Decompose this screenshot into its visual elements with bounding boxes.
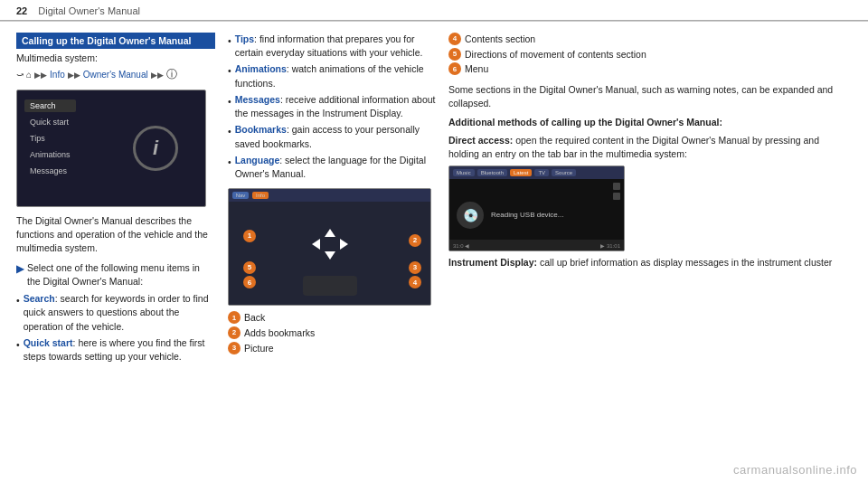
screen2-tab2: Info (252, 192, 269, 199)
instrument-text: call up brief information as display mes… (540, 257, 832, 268)
menu-animations: Animations (24, 148, 76, 161)
nav-home-icon: ⌂ (26, 70, 32, 80)
bullet-dot-tips: • (228, 34, 231, 60)
anim-text: Animations: watch animations of the vehi… (235, 62, 436, 90)
arrow-down (325, 251, 335, 260)
nav-back-icon: ⤻ (16, 70, 24, 80)
time-left: 31:0 ◀ (453, 242, 469, 249)
cap-5-text: Directions of movement of contents secti… (465, 48, 646, 61)
col2-bullets: • Tips: find information that prepares y… (228, 33, 436, 181)
bullet-animations: • Animations: watch animations of the ve… (228, 62, 436, 90)
link-bookmarks: Bookmarks (235, 124, 287, 135)
nav-owners-manual[interactable]: Owner's Manual (83, 70, 148, 80)
screen3-bottombar: 31:0 ◀ ▶ 31:01 (449, 240, 624, 250)
msg-text: Messages: receive additional information… (235, 93, 436, 120)
screen2-label-5: 5 (243, 260, 256, 274)
menu-messages: Messages (24, 165, 76, 177)
arrow-up (325, 229, 335, 237)
screen2-label-2: 2 (409, 233, 421, 247)
bullet-dot-msg: • (228, 95, 231, 120)
bm-text: Bookmarks: gain access to your personall… (235, 123, 436, 150)
caption-6: 6 Menu (448, 62, 852, 76)
lang-text: Language: select the language for the Di… (235, 154, 436, 181)
nav-path: ⤻ ⌂ ▶▶ Info ▶▶ Owner's Manual ▶▶ ⓘ (16, 67, 215, 82)
bullet-search-text: Search: search for keywords in order to … (24, 292, 215, 334)
bullet-dot-bm: • (228, 125, 231, 150)
tab-latest[interactable]: Latest (510, 169, 532, 176)
nav-chevron-3: ▶▶ (151, 71, 164, 80)
bullet-qs-text: Quick start: here is where you find the … (24, 336, 215, 364)
arrow-right (340, 239, 348, 250)
page-title-header: Digital Owner's Manual (38, 5, 140, 16)
multimedia-subtitle: Multimedia system: (16, 52, 215, 63)
link-language: Language (235, 155, 280, 165)
screen2-label-4: 4 (409, 276, 421, 289)
reading-usb-text: Reading USB device... (491, 211, 564, 219)
cap-num-2: 2 (228, 326, 241, 339)
arrow-item: ▶ Select one of the following menu items… (16, 261, 215, 288)
menu-tips: Tips (24, 132, 76, 145)
num-1: 1 (243, 230, 256, 242)
cap-2-text: Adds bookmarks (244, 326, 315, 340)
cap-num-3: 3 (228, 342, 241, 354)
page-header: 22 Digital Owner's Manual (0, 0, 868, 21)
bullet-dot-anim: • (228, 64, 231, 90)
cap-num-6: 6 (448, 62, 461, 75)
bullet-bookmarks: • Bookmarks: gain access to your persona… (228, 123, 436, 150)
num-5: 5 (243, 261, 256, 274)
screen-mockup-3: Music Bluetooth Latest TV Source 💿 Readi… (448, 165, 625, 251)
column-2: • Tips: find information that prepares y… (228, 33, 436, 475)
screen2-topbar: Nav Info (229, 189, 430, 202)
arrow-symbol: ▶ (16, 262, 24, 288)
arrow-item-text: Select one of the following menu items i… (27, 261, 215, 288)
link-quickstart: Quick start (24, 337, 73, 348)
col3-instrument: Instrument Display: call up brief inform… (448, 256, 852, 269)
column-1: Calling up the Digital Owner's Manual Mu… (16, 33, 215, 475)
car-silhouette (303, 276, 357, 296)
tab-bluetooth: Bluetooth (477, 169, 507, 176)
col3-body1: Some sections in the Digital Owner's Man… (448, 83, 852, 110)
page-number: 22 (16, 5, 27, 16)
cap-6-text: Menu (465, 62, 488, 76)
col1-body: The Digital Owner's Manual describes the… (16, 214, 215, 256)
caption-5: 5 Directions of movement of contents sec… (448, 48, 852, 61)
caption-1: 1 Back (228, 311, 436, 325)
caption-4: 4 Contents section (448, 33, 852, 46)
nav-chevron-1: ▶▶ (34, 71, 47, 80)
num-6: 6 (243, 276, 256, 288)
instrument-label: Instrument Display: (448, 257, 537, 268)
cap-1-text: Back (244, 311, 265, 325)
screen2-label-6: 6 (243, 276, 256, 289)
tab-source: Source (552, 169, 576, 176)
bullet-tips: • Tips: find information that prepares y… (228, 33, 436, 60)
num-4: 4 (409, 276, 421, 288)
nav-info-icon: ⓘ (166, 67, 177, 82)
bullet-dot-search: • (16, 294, 20, 334)
bullet-quickstart: • Quick start: here is where you find th… (16, 336, 215, 364)
menu-search: Search (24, 99, 76, 112)
side-btn-2 (613, 193, 620, 200)
screen2-tab1: Nav (232, 192, 249, 199)
menu-quickstart: Quick start (24, 116, 76, 128)
bullet-dot-lang: • (228, 156, 231, 181)
screen-mockup-1: Search Quick start Tips Animations Messa… (16, 90, 206, 207)
cap-3-text: Picture (244, 342, 274, 355)
col3-bold-heading: Additional methods of calling up the Dig… (448, 116, 852, 129)
tab-tv: TV (534, 169, 549, 176)
link-messages: Messages (235, 94, 280, 105)
tips-text: Tips: find information that prepares you… (235, 33, 436, 60)
main-content: Calling up the Digital Owner's Manual Mu… (0, 24, 868, 480)
col2-captions: 1 Back 2 Adds bookmarks 3 Picture (228, 311, 436, 354)
tab-music: Music (453, 169, 475, 176)
side-controls (613, 183, 620, 200)
link-animations: Animations (235, 63, 287, 74)
nav-arrows (312, 229, 348, 260)
usb-icon: 💿 (457, 202, 484, 229)
nav-info[interactable]: Info (50, 70, 65, 80)
cap-num-4: 4 (448, 33, 461, 45)
screen2-label-3: 3 (409, 260, 421, 274)
col3-direct-access: Direct access: open the required content… (448, 134, 852, 161)
screen3-topbar: Music Bluetooth Latest TV Source (449, 166, 624, 179)
nav-chevron-2: ▶▶ (68, 71, 80, 80)
link-tips: Tips (235, 33, 254, 44)
